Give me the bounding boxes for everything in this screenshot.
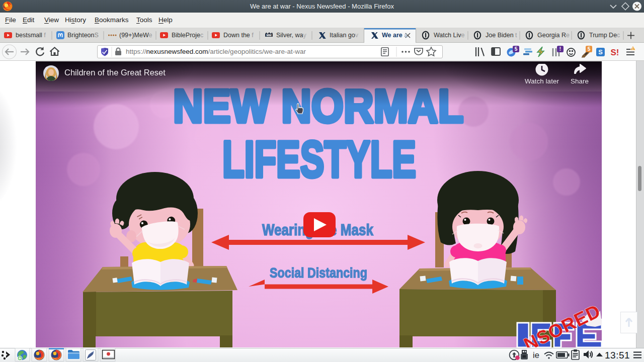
svg-text:S: S xyxy=(598,48,603,56)
svg-text:S!: S! xyxy=(611,48,619,57)
svg-text:MM: MM xyxy=(267,34,272,37)
svg-text:ie: ie xyxy=(533,350,539,359)
svg-text:Social Distancing: Social Distancing xyxy=(270,265,367,281)
svg-text:LIFESTYLE: LIFESTYLE xyxy=(222,131,416,188)
svg-text:!: ! xyxy=(632,47,633,50)
svg-text:5: 5 xyxy=(515,46,518,52)
svg-text:5: 5 xyxy=(588,46,591,52)
svg-text:!: ! xyxy=(559,46,561,52)
